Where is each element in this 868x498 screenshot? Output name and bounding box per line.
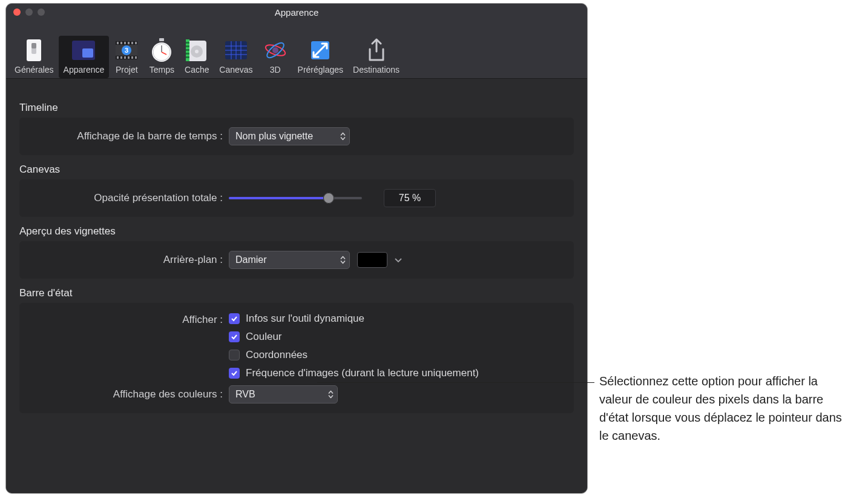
chevron-down-icon[interactable] <box>395 254 402 265</box>
stopwatch-icon <box>150 38 174 62</box>
tab-3d[interactable]: 3D <box>258 36 293 78</box>
svg-rect-6 <box>116 41 137 45</box>
chevron-updown-icon <box>328 391 334 399</box>
appearance-icon <box>71 38 96 62</box>
checkbox-label: Infos sur l'outil dynamique <box>246 313 364 325</box>
section-title-statusbar: Barre d'état <box>19 287 574 299</box>
preferences-window: Apparence Générales Apparence 3 Projet T… <box>6 4 587 493</box>
svg-rect-10 <box>124 42 126 44</box>
opacity-label: Opacité présentation totale : <box>29 192 229 204</box>
tab-project[interactable]: 3 Projet <box>109 36 144 78</box>
svg-rect-33 <box>186 49 189 51</box>
bg-label: Arrière-plan : <box>29 254 229 266</box>
svg-rect-2 <box>31 43 36 48</box>
svg-rect-7 <box>116 56 137 59</box>
section-thumbnails: Arrière-plan : Damier <box>19 241 574 279</box>
resize-icon <box>308 38 332 62</box>
opacity-value-field[interactable]: 75 % <box>384 189 436 207</box>
slider-fill <box>229 197 329 199</box>
chevron-updown-icon <box>340 256 346 264</box>
tab-canvas[interactable]: Canevas <box>214 36 257 78</box>
preferences-content: Timeline Affichage de la barre de temps … <box>6 79 587 493</box>
tab-label: Préréglages <box>298 65 344 75</box>
callout-leader-line <box>317 382 594 383</box>
svg-rect-34 <box>186 53 189 55</box>
section-timeline: Affichage de la barre de temps : Nom plu… <box>19 118 574 155</box>
svg-rect-15 <box>120 56 122 59</box>
checkbox-color[interactable] <box>229 331 240 342</box>
section-statusbar: Afficher : Infos sur l'outil dynamique C… <box>19 303 574 413</box>
callout-text: Sélectionnez cette option pour afficher … <box>599 372 853 445</box>
tab-label: Apparence <box>64 65 105 75</box>
svg-rect-8 <box>117 42 119 44</box>
svg-rect-22 <box>159 38 164 41</box>
grid-icon <box>224 38 248 62</box>
svg-rect-19 <box>135 56 137 59</box>
checkbox-label: Couleur <box>246 331 282 343</box>
svg-point-29 <box>195 50 199 53</box>
popup-value: RVB <box>235 389 255 400</box>
popup-value: Damier <box>235 254 267 265</box>
tab-destinations[interactable]: Destinations <box>348 36 404 78</box>
svg-rect-12 <box>131 42 133 44</box>
checkbox-label: Fréquence d'images (durant la lecture un… <box>246 367 479 379</box>
tab-label: Temps <box>150 65 174 75</box>
svg-rect-32 <box>186 45 189 47</box>
bg-color-well[interactable] <box>357 252 387 268</box>
tab-presets[interactable]: Préréglages <box>293 36 349 78</box>
svg-rect-31 <box>186 42 189 44</box>
switch-icon <box>22 38 46 62</box>
preferences-toolbar: Générales Apparence 3 Projet Temps Cache <box>6 21 587 79</box>
checkbox-dynamic-tool-info[interactable] <box>229 313 240 324</box>
svg-rect-9 <box>120 42 122 44</box>
tab-general[interactable]: Générales <box>10 36 59 78</box>
titlebar: Apparence <box>6 4 587 21</box>
popup-value: Nom plus vignette <box>235 131 313 142</box>
checkbox-coordinates[interactable] <box>229 350 240 360</box>
tab-label: Projet <box>116 65 138 75</box>
share-icon <box>364 38 389 62</box>
tab-label: 3D <box>270 65 281 75</box>
tab-cache[interactable]: Cache <box>179 36 214 78</box>
tab-label: Générales <box>15 65 54 75</box>
tab-label: Canevas <box>219 65 252 75</box>
chevron-updown-icon <box>340 133 346 141</box>
timebar-display-popup[interactable]: Nom plus vignette <box>229 127 350 145</box>
svg-rect-11 <box>128 42 130 44</box>
color-display-popup[interactable]: RVB <box>229 385 338 403</box>
svg-rect-14 <box>117 56 119 59</box>
tab-appearance[interactable]: Apparence <box>59 36 110 78</box>
tab-time[interactable]: Temps <box>144 36 179 78</box>
section-title-timeline: Timeline <box>19 102 574 114</box>
svg-rect-16 <box>124 56 126 59</box>
section-title-thumbnails: Aperçu des vignettes <box>19 225 574 237</box>
opacity-slider[interactable] <box>229 197 362 199</box>
show-label: Afficher : <box>29 313 229 326</box>
disk-icon <box>185 38 209 62</box>
svg-rect-4 <box>82 48 93 58</box>
window-title: Apparence <box>6 7 587 18</box>
section-canvas: Opacité présentation totale : 75 % <box>19 179 574 217</box>
svg-point-45 <box>272 47 278 53</box>
section-title-canvas: Canevas <box>19 164 574 176</box>
orbit-icon <box>263 38 288 62</box>
svg-rect-13 <box>135 42 137 44</box>
svg-text:3: 3 <box>125 47 128 54</box>
timebar-display-label: Affichage de la barre de temps : <box>29 130 229 142</box>
checkbox-framerate[interactable] <box>229 368 240 379</box>
bg-popup[interactable]: Damier <box>229 251 350 269</box>
slider-thumb[interactable] <box>323 193 334 204</box>
color-display-label: Affichage des couleurs : <box>29 388 229 400</box>
svg-rect-35 <box>186 56 189 58</box>
checkbox-label: Coordonnées <box>246 349 307 361</box>
svg-rect-17 <box>128 56 130 59</box>
film-icon: 3 <box>114 38 139 62</box>
tab-label: Cache <box>185 65 209 75</box>
tab-label: Destinations <box>353 65 399 75</box>
svg-rect-18 <box>131 56 133 59</box>
